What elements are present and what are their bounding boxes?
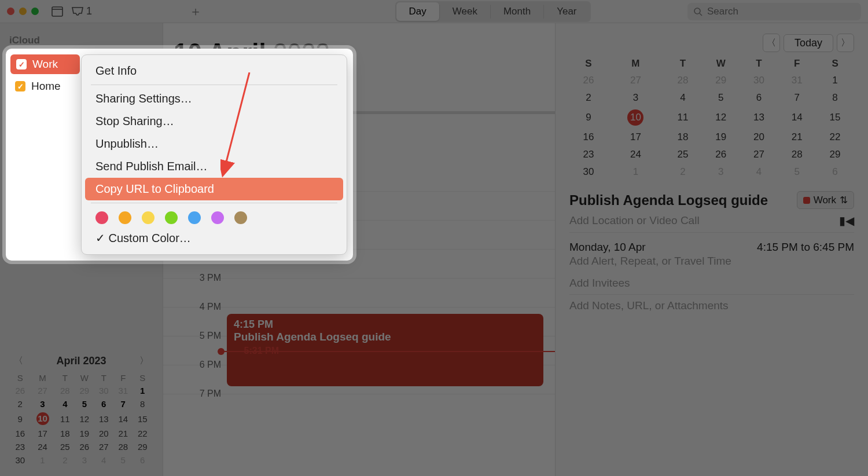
section-icloud: iCloud [9,35,153,46]
now-indicator: 5:31 PM [221,351,555,352]
invitees-field[interactable]: Add Invitees [569,272,854,295]
time-label: 3 PM [175,273,221,283]
location-field[interactable]: Add Location or Video Call ▮◀ [569,209,854,233]
inbox-icon[interactable]: 1 [71,5,92,17]
event-title-field[interactable]: Publish Agenda Logseq guide [569,192,791,208]
menu-custom-color[interactable]: ✓ Custom Color… [85,226,343,250]
video-icon[interactable]: ▮◀ [839,214,854,228]
mini-calendar-table[interactable]: SMTWTFS 26272829303112345678910111213141… [10,372,152,467]
checkbox-icon[interactable]: ✓ [15,81,25,91]
today-button[interactable]: Today [784,34,833,52]
menu-divider [91,85,337,85]
event-time: 4:15 PM [234,318,536,331]
sidebar-mini-calendar: 〈 April 2023 〉 SMTWTFS 26272829303112345… [6,351,157,467]
menu-sharing-settings[interactable]: Sharing Settings… [85,87,343,110]
time-label: 7 PM [175,389,221,399]
time-label: 6 PM [175,360,221,370]
search-field[interactable]: Search [687,3,861,20]
svg-point-2 [694,8,700,14]
calendar-color-icon [803,197,810,204]
color-swatch[interactable] [211,211,224,224]
chevron-updown-icon: ⇅ [840,194,848,206]
menu-divider [91,203,337,203]
calendar-row-work[interactable]: ✓ Work [10,54,80,74]
time-label: 4 PM [175,302,221,312]
next-month-icon[interactable]: 〉 [136,354,152,368]
view-year[interactable]: Year [544,2,589,21]
menu-stop-sharing[interactable]: Stop Sharing… [85,110,343,133]
search-icon [693,7,703,16]
color-swatches [85,206,343,226]
prev-month-button[interactable]: 〈 [763,34,780,52]
calendar-app: 1 ＋ Day Week Month Year Search iCloud ✓ … [0,0,868,476]
search-placeholder: Search [707,6,738,17]
close-icon[interactable] [7,8,14,15]
view-month[interactable]: Month [491,2,543,21]
view-segmented: Day Week Month Year [395,1,591,22]
inspector-calendar-table[interactable]: SMTWTFS 26272829303112345678910111213141… [569,56,854,181]
add-event-icon[interactable]: ＋ [189,3,202,20]
minimize-icon[interactable] [19,8,27,15]
event-title: Publish Agenda Logseq guide [234,331,536,343]
svg-rect-0 [52,7,62,16]
next-month-button[interactable]: 〉 [837,34,854,52]
color-swatch[interactable] [234,211,247,224]
now-time-label: 5:31 PM [233,346,279,356]
calendar-row-home[interactable]: ✓ Home [9,76,81,96]
event-datetime[interactable]: Monday, 10 Apr 4:15 PM to 6:45 PM [569,233,854,255]
color-swatch[interactable] [119,211,131,224]
calendar-picker[interactable]: Work ⇅ [797,191,854,209]
zoom-icon[interactable] [31,8,39,15]
context-menu-highlight: ✓ Work ✓ Home Get Info Sharing Settings…… [6,49,353,261]
calendar-toggle-icon[interactable] [52,6,63,17]
view-day[interactable]: Day [396,2,439,21]
inspector-mini-calendar: 〈 Today 〉 SMTWTFS 2627282930311234567891… [569,34,854,181]
checkbox-icon[interactable]: ✓ [16,59,27,69]
menu-get-info[interactable]: Get Info [85,60,343,82]
svg-line-3 [700,13,702,16]
mini-month-title: April 2023 [56,355,106,367]
inbox-count: 1 [86,5,92,17]
prev-month-icon[interactable]: 〈 [10,354,27,368]
menu-copy-url[interactable]: Copy URL to Clipboard [85,178,343,200]
menu-unpublish[interactable]: Unpublish… [85,133,343,155]
alert-field[interactable]: Add Alert, Repeat, or Travel Time [569,255,854,272]
color-swatch[interactable] [95,211,108,224]
now-dot-icon [218,348,225,355]
notes-field[interactable]: Add Notes, URL, or Attachments [569,295,854,317]
time-label: 5 PM [175,331,221,341]
context-menu: Get Info Sharing Settings… Stop Sharing…… [81,54,347,255]
view-week[interactable]: Week [440,2,490,21]
color-swatch[interactable] [165,211,178,224]
menu-send-publish-email[interactable]: Send Publish Email… [85,155,343,178]
color-swatch[interactable] [142,211,155,224]
color-swatch[interactable] [188,211,201,224]
window-controls[interactable] [7,8,39,15]
inspector: 〈 Today 〉 SMTWTFS 2627282930311234567891… [556,23,868,476]
toolbar: 1 ＋ Day Week Month Year Search [0,0,868,23]
